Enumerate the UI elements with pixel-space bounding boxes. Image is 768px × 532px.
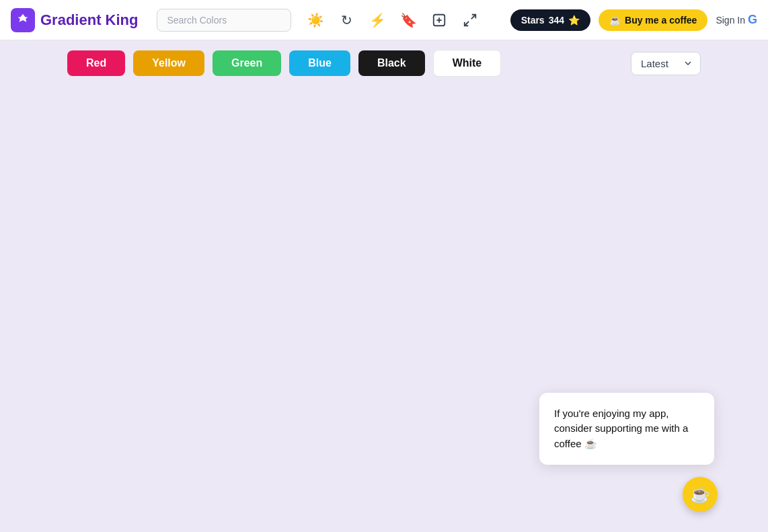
header-icons: ☀️ ↻ ⚡ 🔖: [305, 9, 481, 31]
coffee-fab-icon: ☕: [690, 485, 710, 504]
stars-button[interactable]: Stars 344 ⭐: [510, 9, 590, 31]
coffee-icon: ☕: [609, 15, 621, 26]
support-text: If you're enjoying my app, consider supp…: [554, 408, 688, 449]
yellow-tag[interactable]: Yellow: [133, 50, 204, 76]
buy-coffee-label: Buy me a coffee: [625, 15, 697, 26]
stars-count: 344: [549, 15, 564, 26]
refresh-icon[interactable]: ↻: [336, 9, 357, 31]
coffee-fab-button[interactable]: ☕: [683, 477, 718, 512]
lightning-icon[interactable]: ⚡: [367, 9, 388, 31]
black-tag[interactable]: Black: [358, 50, 425, 76]
logo-icon: [11, 8, 35, 32]
svg-line-4: [465, 21, 469, 25]
add-icon[interactable]: [428, 9, 450, 31]
sign-in-button[interactable]: Sign In G: [716, 13, 757, 27]
red-tag[interactable]: Red: [67, 50, 125, 76]
white-tag[interactable]: White: [433, 50, 502, 77]
star-icon: ⭐: [568, 15, 580, 26]
svg-line-3: [471, 14, 475, 18]
support-popup: If you're enjoying my app, consider supp…: [539, 393, 714, 465]
filter-bar: Red Yellow Green Blue Black White Latest…: [0, 40, 768, 86]
green-tag[interactable]: Green: [213, 50, 281, 76]
search-input[interactable]: [157, 9, 291, 32]
stars-label: Stars: [521, 15, 545, 26]
sun-icon[interactable]: ☀️: [305, 9, 326, 31]
bookmark-icon[interactable]: 🔖: [397, 9, 419, 31]
logo-link[interactable]: Gradient King: [11, 8, 138, 32]
header: Gradient King ☀️ ↻ ⚡ 🔖 Stars 344: [0, 0, 768, 40]
logo-text: Gradient King: [40, 11, 138, 29]
blue-tag[interactable]: Blue: [289, 50, 350, 76]
search-bar: [157, 9, 291, 32]
main-content: [0, 86, 768, 422]
fullscreen-icon[interactable]: [459, 9, 481, 31]
sign-in-label: Sign In: [716, 15, 745, 26]
buy-coffee-button[interactable]: ☕ Buy me a coffee: [599, 9, 707, 31]
google-g-icon: G: [748, 13, 757, 27]
sort-select[interactable]: Latest Popular Oldest: [631, 52, 701, 75]
sort-dropdown: Latest Popular Oldest: [631, 52, 701, 75]
